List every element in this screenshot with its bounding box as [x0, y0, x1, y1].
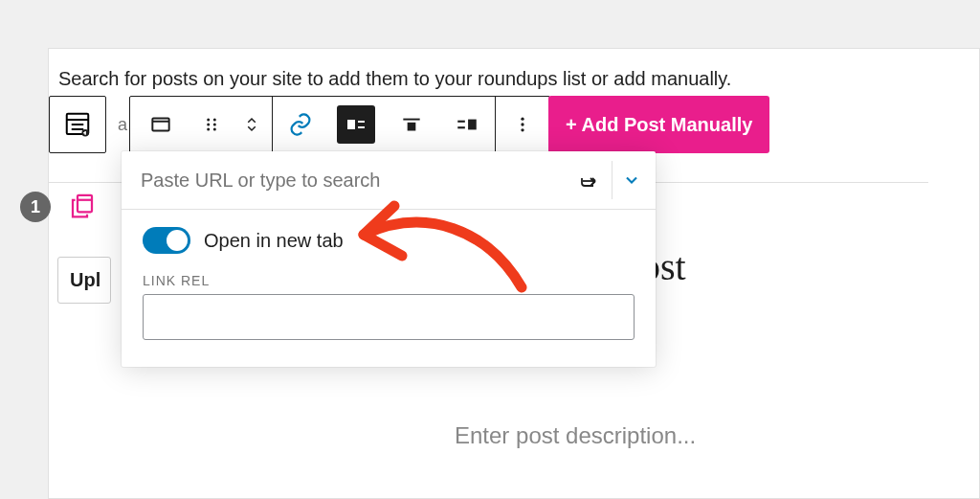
toggle-thumb: [167, 230, 188, 251]
move-updown-button[interactable]: [232, 97, 272, 152]
link-icon: [287, 111, 314, 138]
link-submit-button[interactable]: [569, 161, 608, 199]
link-settings-popover: Open in new tab LINK REL: [122, 151, 656, 367]
link-url-input[interactable]: [141, 170, 569, 192]
parent-block-button[interactable]: [130, 97, 191, 152]
svg-rect-25: [78, 195, 92, 213]
svg-point-23: [521, 123, 523, 125]
link-rel-label: LINK REL: [143, 273, 635, 288]
svg-point-9: [207, 124, 210, 126]
roundup-item-icon: [68, 192, 97, 224]
svg-rect-5: [152, 119, 168, 131]
block-toolbar: a: [49, 96, 979, 153]
open-new-tab-toggle[interactable]: [143, 227, 190, 254]
align-left-button[interactable]: [328, 97, 384, 152]
add-post-manually-button[interactable]: + Add Post Manually: [548, 96, 769, 153]
align-right-button[interactable]: [439, 97, 495, 152]
post-description-placeholder[interactable]: Enter post description...: [455, 422, 696, 449]
kebab-icon: [513, 113, 532, 136]
link-button[interactable]: [273, 97, 328, 152]
align-left-icon: [345, 113, 368, 136]
hidden-text-fragment: a: [114, 96, 129, 153]
link-settings-toggle[interactable]: [612, 161, 650, 199]
block-roundup-icon: [63, 110, 92, 139]
svg-point-24: [521, 128, 523, 131]
open-new-tab-row: Open in new tab: [143, 227, 635, 254]
svg-point-12: [213, 128, 216, 131]
toolbar-main-group: [129, 96, 550, 153]
svg-point-10: [213, 124, 216, 126]
svg-rect-17: [408, 123, 416, 131]
link-search-row: [122, 151, 656, 210]
svg-point-11: [207, 128, 210, 131]
svg-point-7: [207, 119, 210, 122]
block-type-button[interactable]: [49, 96, 106, 153]
chevron-down-icon: [622, 170, 641, 190]
align-center-icon: [399, 112, 424, 137]
align-center-button[interactable]: [384, 97, 439, 152]
drag-handle-button[interactable]: [191, 97, 232, 152]
align-right-icon: [455, 112, 479, 137]
open-new-tab-label: Open in new tab: [204, 230, 344, 252]
outline-box-icon: [148, 112, 173, 137]
svg-rect-13: [347, 120, 355, 129]
step-badge: 1: [20, 192, 51, 222]
svg-point-8: [213, 119, 216, 122]
svg-point-22: [521, 118, 523, 121]
drag-dots-icon: [202, 115, 221, 134]
intro-text: Search for posts on your site to add the…: [49, 68, 979, 90]
chevron-updown-icon: [243, 112, 260, 137]
submit-arrow-icon: [578, 169, 601, 192]
svg-rect-21: [468, 120, 477, 130]
more-options-button[interactable]: [496, 97, 549, 152]
upload-button[interactable]: Upl: [57, 257, 111, 304]
link-advanced-settings: Open in new tab LINK REL: [122, 210, 656, 367]
link-rel-input[interactable]: [143, 294, 635, 340]
